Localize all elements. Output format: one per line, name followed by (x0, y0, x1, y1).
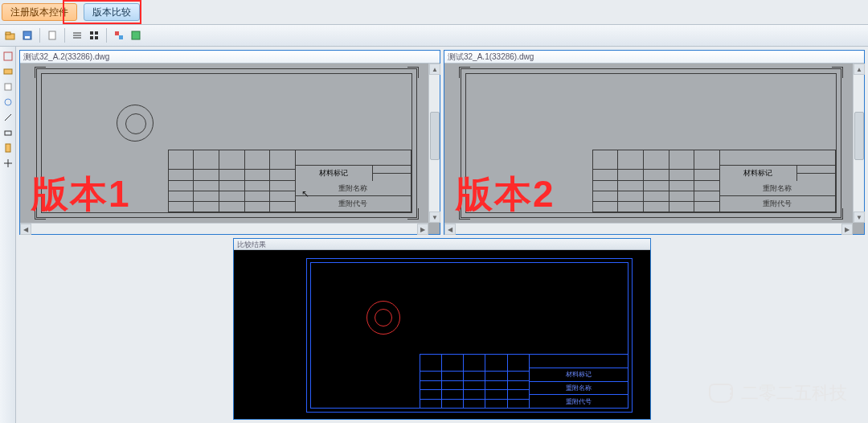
h-scrollbar[interactable]: ◀ ▶ (444, 223, 853, 234)
tb-field-3: 重附代号 (720, 196, 835, 212)
toolbar-separator (64, 28, 65, 43)
open-icon[interactable] (3, 28, 18, 43)
right-pane-title: 测试32_A.1(33286).dwg (444, 51, 864, 64)
main-area: 测试32_A.2(33286).dwg (0, 47, 868, 423)
content-area: 测试32_A.2(33286).dwg (16, 47, 868, 423)
tb-field-3: 重附代号 (296, 196, 411, 212)
right-pane-body[interactable]: 材料标记 重附名称 重附代号 版本2 (444, 64, 864, 234)
svg-rect-17 (5, 84, 11, 90)
tb-field-1: 材料标记 (296, 166, 373, 181)
vtool-4-icon[interactable] (2, 96, 14, 109)
scroll-right-icon[interactable]: ▶ (841, 224, 853, 235)
top-button-bar: 注册版本控件 版本比较 (0, 0, 868, 24)
scroll-right-icon[interactable]: ▶ (417, 224, 428, 235)
v-scrollbar[interactable]: ▲ ▼ (428, 64, 440, 223)
tb-field-2: 重附名称 (720, 181, 835, 197)
title-block: 材料标记 重附名称 重附代号 (592, 150, 836, 212)
svg-rect-14 (132, 31, 140, 39)
diff-circle-inner (375, 309, 392, 326)
svg-rect-4 (49, 31, 55, 39)
compare-result-pane: 比较结果 (233, 238, 651, 420)
scroll-down-icon[interactable]: ▼ (429, 212, 440, 223)
toolbar-separator (106, 28, 107, 43)
result-title: 比较结果 (234, 239, 650, 250)
left-pane-title: 测试32_A.2(33286).dwg (20, 51, 440, 64)
scroll-up-icon[interactable]: ▲ (429, 64, 440, 75)
result-wrap: 比较结果 (19, 238, 865, 420)
v-scrollbar[interactable]: ▲ ▼ (853, 64, 864, 223)
h-scrollbar[interactable]: ◀ ▶ (20, 223, 428, 234)
vtool-5-icon[interactable] (2, 111, 14, 124)
scroll-thumb[interactable] (854, 112, 864, 160)
color-block2-icon[interactable] (129, 28, 143, 43)
svg-rect-10 (90, 36, 93, 39)
save-icon[interactable] (20, 28, 35, 43)
circle-feature (117, 105, 154, 142)
tb-field-1: 材料标记 (720, 166, 797, 181)
result-tb-3: 重附代号 (530, 395, 628, 408)
scroll-thumb[interactable] (430, 112, 440, 160)
svg-rect-19 (5, 131, 11, 135)
result-title-block: 材料标记 重附名称 重附代号 (420, 354, 628, 409)
app-window: 注册版本控件 版本比较 (0, 0, 868, 423)
svg-rect-13 (119, 35, 123, 39)
vtool-8-icon[interactable] (2, 157, 14, 170)
result-body[interactable]: 材料标记 重附名称 重附代号 (234, 250, 650, 419)
left-drawing-pane: 测试32_A.2(33286).dwg (19, 50, 440, 235)
left-drawing: 材料标记 重附名称 重附代号 (36, 68, 417, 218)
svg-rect-9 (95, 31, 98, 35)
vertical-toolbar (0, 47, 16, 423)
right-drawing-pane: 测试32_A.1(33286).dwg (444, 50, 865, 235)
scroll-left-icon[interactable]: ◀ (20, 224, 31, 235)
title-block: 材料标记 重附名称 重附代号 (168, 150, 411, 212)
vtool-3-icon[interactable] (2, 80, 14, 93)
pane-row: 测试32_A.2(33286).dwg (19, 50, 865, 235)
tb-field-2: 重附名称 (296, 181, 411, 197)
scroll-down-icon[interactable]: ▼ (854, 212, 865, 223)
register-version-control-button[interactable]: 注册版本控件 (2, 3, 77, 21)
grid-icon[interactable] (87, 28, 101, 43)
scroll-up-icon[interactable]: ▲ (854, 64, 865, 75)
svg-rect-12 (115, 31, 119, 35)
lines-icon[interactable] (70, 28, 84, 43)
svg-point-18 (5, 99, 11, 105)
vtool-6-icon[interactable] (2, 126, 14, 139)
scroll-left-icon[interactable]: ◀ (444, 224, 456, 235)
svg-rect-1 (6, 32, 10, 35)
svg-rect-3 (25, 36, 30, 39)
result-tb-1: 材料标记 (530, 368, 628, 382)
right-drawing: 材料标记 重附名称 重附代号 (461, 68, 841, 218)
svg-rect-20 (6, 144, 10, 152)
left-pane-body[interactable]: 材料标记 重附名称 重附代号 ↖ 版本1 (20, 64, 440, 234)
svg-rect-16 (4, 69, 12, 74)
vtool-7-icon[interactable] (2, 142, 14, 154)
vtool-2-icon[interactable] (2, 65, 14, 78)
page-icon[interactable] (45, 28, 59, 43)
vtool-1-icon[interactable] (2, 50, 14, 63)
main-toolbar (0, 24, 868, 47)
result-tb-2: 重附名称 (530, 382, 628, 396)
color-block1-icon[interactable] (112, 28, 126, 43)
svg-rect-8 (90, 31, 93, 35)
svg-rect-11 (95, 36, 98, 39)
toolbar-separator (39, 28, 40, 43)
svg-rect-15 (4, 52, 12, 60)
version-compare-button[interactable]: 版本比较 (84, 3, 140, 21)
